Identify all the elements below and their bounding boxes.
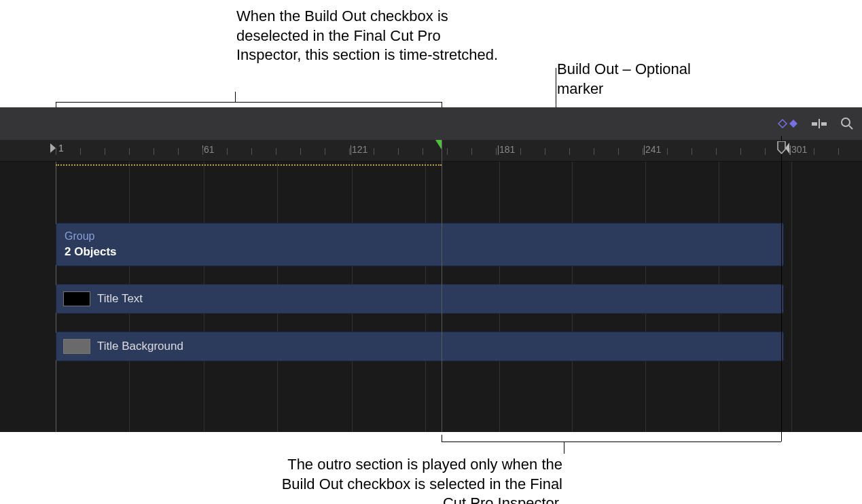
clip-label: Title Background [97,340,183,353]
ruler-minor-tick [300,148,301,155]
ruler-minor-tick [251,148,252,155]
svg-line-4 [849,126,852,129]
ruler-minor-tick [618,148,619,155]
ruler-minor-tick [154,148,154,155]
ruler-minor-tick [471,148,472,155]
group-clip[interactable]: Group 2 Objects [56,223,784,266]
build-out-marker[interactable] [435,140,442,149]
svg-rect-0 [812,122,817,126]
ruler-tick: 241 [645,144,661,155]
ruler-minor-tick [838,148,839,155]
zoom-icon[interactable] [840,117,854,130]
ruler-minor-tick [105,148,105,155]
ruler-minor-tick [423,148,423,155]
callout-bracket-bottom [442,442,781,442]
ruler-minor-tick [545,148,545,155]
callout-top-left: When the Build Out checkbox is deselecte… [236,7,508,65]
ruler-minor-tick [178,148,179,155]
ruler-start-label: 1 [58,143,64,154]
tracks-area[interactable]: Group 2 Objects Title Text Title Backgro… [0,162,862,432]
ruler-minor-tick [667,148,668,155]
callout-bracket-top-left [56,102,442,103]
ruler-minor-tick [716,148,717,155]
ruler-tick: 181 [499,144,515,155]
group-object-count: 2 Objects [65,245,117,259]
group-name: Group [65,230,94,242]
svg-rect-2 [819,119,820,128]
ruler-minor-tick [789,148,790,155]
snap-icon[interactable] [810,118,828,130]
ruler-minor-tick [276,148,276,155]
ruler-minor-tick [325,148,325,155]
clip-label: Title Text [97,292,143,306]
ruler-minor-tick [520,148,521,155]
callout-bracket-bottom-r [781,435,782,442]
ruler-minor-tick [56,148,56,155]
ruler-minor-tick [80,148,81,155]
ruler-minor-tick [740,148,741,155]
callout-line-end-marker [781,136,782,435]
callout-bottom: The outro section is played only when th… [270,455,562,504]
svg-point-3 [842,118,850,126]
keyframe-icon[interactable] [778,118,798,129]
ruler-tick: 61 [204,144,215,155]
ruler-tick: 301 [791,144,807,155]
time-stretch-range [56,164,442,166]
project-end-marker[interactable] [776,141,785,154]
callout-bracket-bottom-l [442,435,442,442]
ruler-minor-tick [374,148,374,155]
svg-rect-1 [821,122,827,126]
ruler-minor-tick [349,148,350,155]
callout-top-right: Build Out – Optional marker [557,60,727,98]
ruler-minor-tick [398,148,399,155]
title-text-clip[interactable]: Title Text [56,284,784,314]
ruler-minor-tick [594,148,594,155]
ruler-minor-tick [202,148,203,155]
playhead-start-marker[interactable]: 1 [50,143,64,154]
ruler-minor-tick [227,148,228,155]
ruler-minor-tick [129,148,130,155]
ruler-minor-tick [447,148,448,155]
ruler-minor-tick [692,148,692,155]
title-background-clip[interactable]: Title Background [56,331,784,361]
callout-bracket-bottom-stem [564,442,564,454]
ruler-minor-tick [569,148,570,155]
ruler-minor-tick [765,148,766,155]
timeline-toolbar [0,107,862,140]
timeline-panel: 1 61 121 181 241 301 [0,107,862,432]
clip-thumbnail [63,291,90,306]
ruler-minor-tick [496,148,497,155]
clip-thumbnail [63,339,90,354]
timeline-ruler[interactable]: 1 61 121 181 241 301 [0,140,862,162]
callout-bracket-top-left-stem [235,92,236,102]
ruler-minor-tick [643,148,643,155]
ruler-tick: 121 [352,144,367,155]
ruler-minor-tick [814,148,814,155]
playhead-line [442,140,442,432]
